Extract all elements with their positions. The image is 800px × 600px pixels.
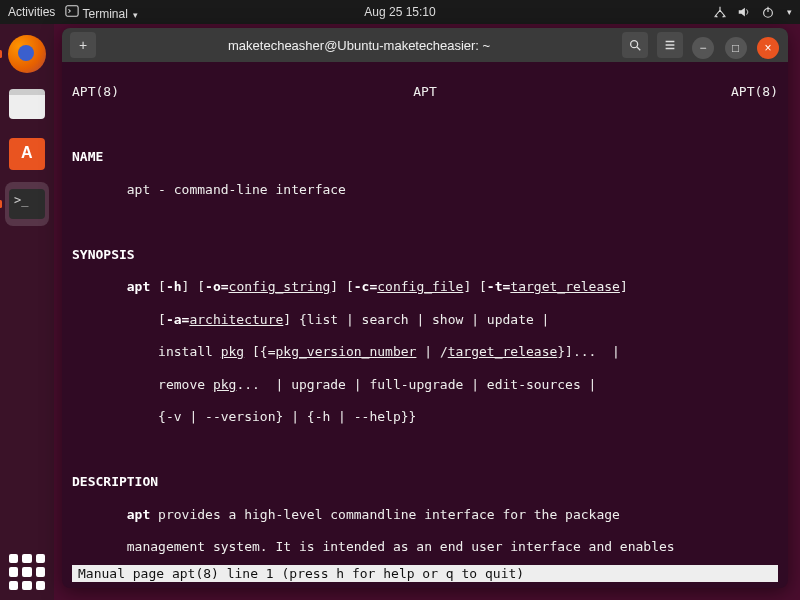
chevron-down-icon: ▾ (133, 10, 138, 20)
chevron-down-icon: ▾ (787, 7, 792, 17)
volume-icon (737, 5, 751, 19)
maximize-button[interactable]: □ (725, 37, 747, 59)
minimize-button[interactable]: − (692, 37, 714, 59)
man-header-right: APT(8) (731, 84, 778, 100)
system-status-area[interactable]: ▾ (713, 5, 792, 19)
dock-terminal[interactable] (5, 182, 49, 226)
svg-point-3 (631, 40, 638, 47)
firefox-icon (8, 35, 46, 73)
gnome-top-bar: Activities Terminal ▾ Aug 25 15:10 ▾ (0, 0, 800, 24)
name-line: apt - command-line interface (72, 182, 778, 198)
close-button[interactable]: × (757, 37, 779, 59)
window-title: maketecheasher@Ubuntu-maketecheasier: ~ (228, 38, 490, 53)
files-icon (9, 89, 45, 119)
power-icon (761, 5, 775, 19)
section-name: NAME (72, 149, 103, 164)
svg-rect-0 (66, 5, 78, 16)
new-tab-button[interactable]: + (70, 32, 96, 58)
dock-files[interactable] (5, 82, 49, 126)
software-icon (9, 138, 45, 170)
man-header-center: APT (413, 84, 436, 100)
titlebar: + maketecheasher@Ubuntu-maketecheasier: … (62, 28, 788, 62)
search-icon (628, 38, 642, 52)
active-app-label: Terminal (82, 7, 127, 21)
section-synopsis: SYNOPSIS (72, 247, 135, 262)
network-icon (713, 5, 727, 19)
menu-icon (663, 38, 677, 52)
dock-show-apps[interactable] (9, 554, 45, 590)
activities-button[interactable]: Activities (8, 5, 55, 19)
section-description: DESCRIPTION (72, 474, 158, 489)
terminal-window: + maketecheasher@Ubuntu-maketecheasier: … (62, 28, 788, 588)
active-app-indicator[interactable]: Terminal ▾ (65, 4, 138, 21)
terminal-indicator-icon (65, 4, 79, 18)
man-header-left: APT(8) (72, 84, 119, 100)
pager-status-line: Manual page apt(8) line 1 (press h for h… (72, 565, 778, 582)
search-button[interactable] (622, 32, 648, 58)
clock[interactable]: Aug 25 15:10 (364, 5, 435, 19)
terminal-icon (9, 189, 45, 219)
terminal-content[interactable]: APT(8)APTAPT(8) NAME apt - command-line … (62, 62, 788, 565)
dock (0, 24, 54, 600)
hamburger-menu-button[interactable] (657, 32, 683, 58)
dock-firefox[interactable] (5, 32, 49, 76)
svg-line-4 (637, 46, 641, 50)
dock-software[interactable] (5, 132, 49, 176)
